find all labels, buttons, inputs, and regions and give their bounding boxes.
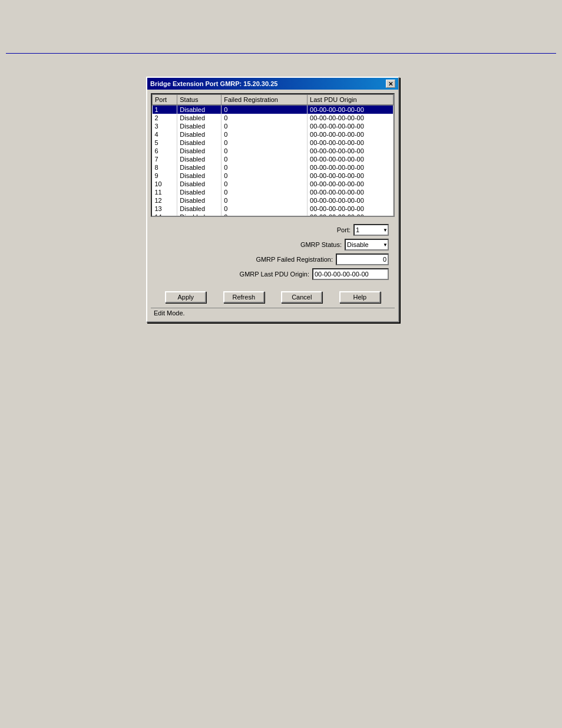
table-row[interactable]: 12 Disabled 0 00-00-00-00-00-00 [153, 196, 394, 205]
cell-pdu: 00-00-00-00-00-00 [308, 114, 394, 122]
col-header-failed: Failed Registration [222, 95, 308, 106]
cell-failed: 0 [222, 172, 308, 180]
port-select[interactable]: 12345678910111213141516 [353, 224, 389, 236]
table-row[interactable]: 4 Disabled 0 00-00-00-00-00-00 [153, 130, 394, 139]
table-row[interactable]: 6 Disabled 0 00-00-00-00-00-00 [153, 147, 394, 155]
cell-port: 14 [153, 213, 177, 217]
cell-port: 9 [153, 172, 177, 180]
port-table: Port Status Failed Registration Last PDU… [152, 94, 394, 217]
cell-status: Disabled [177, 105, 222, 114]
top-divider [6, 53, 556, 54]
cell-port: 3 [153, 122, 177, 130]
gmrp-status-select-wrapper: DisableEnable [345, 239, 389, 251]
table-row[interactable]: 2 Disabled 0 00-00-00-00-00-00 [153, 114, 394, 122]
cell-status: Disabled [177, 147, 222, 155]
cell-pdu: 00-00-00-00-00-00 [308, 205, 394, 213]
cell-status: Disabled [177, 114, 222, 122]
cell-port: 8 [153, 163, 177, 172]
cell-port: 11 [153, 188, 177, 196]
gmrp-failed-label: GMRP Failed Registration: [256, 256, 333, 263]
cell-pdu: 00-00-00-00-00-00 [308, 163, 394, 172]
cell-failed: 0 [222, 105, 308, 114]
port-label: Port: [337, 226, 351, 233]
cell-failed: 0 [222, 163, 308, 172]
port-table-container[interactable]: Port Status Failed Registration Last PDU… [151, 93, 395, 217]
cell-pdu: 00-00-00-00-00-00 [308, 172, 394, 180]
port-row: Port: 12345678910111213141516 [157, 224, 389, 236]
cell-failed: 0 [222, 130, 308, 139]
cell-status: Disabled [177, 180, 222, 188]
cell-pdu: 00-00-00-00-00-00 [308, 147, 394, 155]
cell-port: 5 [153, 139, 177, 147]
form-area: Port: 12345678910111213141516 GMRP Statu… [151, 222, 395, 285]
gmrp-failed-input[interactable] [336, 253, 389, 265]
table-row[interactable]: 11 Disabled 0 00-00-00-00-00-00 [153, 188, 394, 196]
status-text: Edit Mode. [154, 309, 185, 317]
apply-button[interactable]: Apply [165, 291, 206, 303]
table-row[interactable]: 9 Disabled 0 00-00-00-00-00-00 [153, 172, 394, 180]
cell-pdu: 00-00-00-00-00-00 [308, 130, 394, 139]
col-header-status: Status [177, 95, 222, 106]
help-button[interactable]: Help [339, 291, 381, 303]
gmrp-status-select[interactable]: DisableEnable [345, 239, 389, 251]
col-header-port: Port [153, 95, 177, 106]
cell-port: 12 [153, 196, 177, 205]
port-select-wrapper: 12345678910111213141516 [353, 224, 389, 236]
cell-failed: 0 [222, 196, 308, 205]
gmrp-failed-row: GMRP Failed Registration: [157, 253, 389, 265]
cell-failed: 0 [222, 122, 308, 130]
cell-failed: 0 [222, 180, 308, 188]
cell-pdu: 00-00-00-00-00-00 [308, 196, 394, 205]
cell-port: 4 [153, 130, 177, 139]
cell-status: Disabled [177, 172, 222, 180]
cell-failed: 0 [222, 147, 308, 155]
cell-status: Disabled [177, 163, 222, 172]
gmrp-pdu-label: GMRP Last PDU Origin: [240, 271, 309, 278]
cell-status: Disabled [177, 130, 222, 139]
cell-port: 13 [153, 205, 177, 213]
cell-pdu: 00-00-00-00-00-00 [308, 213, 394, 217]
cell-pdu: 00-00-00-00-00-00 [308, 139, 394, 147]
cell-failed: 0 [222, 205, 308, 213]
cell-pdu: 00-00-00-00-00-00 [308, 122, 394, 130]
gmrp-pdu-input[interactable] [312, 268, 389, 280]
gmrp-pdu-row: GMRP Last PDU Origin: [157, 268, 389, 280]
status-bar: Edit Mode. [151, 308, 395, 318]
cell-pdu: 00-00-00-00-00-00 [308, 180, 394, 188]
table-row[interactable]: 1 Disabled 0 00-00-00-00-00-00 [153, 105, 394, 114]
table-row[interactable]: 7 Disabled 0 00-00-00-00-00-00 [153, 155, 394, 163]
cancel-button[interactable]: Cancel [281, 291, 322, 303]
cell-failed: 0 [222, 139, 308, 147]
cell-status: Disabled [177, 139, 222, 147]
cell-pdu: 00-00-00-00-00-00 [308, 188, 394, 196]
cell-status: Disabled [177, 122, 222, 130]
dialog-body: Port Status Failed Registration Last PDU… [147, 90, 398, 321]
cell-port: 1 [153, 105, 177, 114]
cell-failed: 0 [222, 213, 308, 217]
cell-pdu: 00-00-00-00-00-00 [308, 105, 394, 114]
cell-status: Disabled [177, 155, 222, 163]
refresh-button[interactable]: Refresh [223, 291, 265, 303]
col-header-pdu: Last PDU Origin [308, 95, 394, 106]
cell-failed: 0 [222, 155, 308, 163]
cell-failed: 0 [222, 188, 308, 196]
cell-status: Disabled [177, 205, 222, 213]
cell-pdu: 00-00-00-00-00-00 [308, 155, 394, 163]
cell-port: 7 [153, 155, 177, 163]
gmrp-status-label: GMRP Status: [300, 241, 342, 248]
table-row[interactable]: 3 Disabled 0 00-00-00-00-00-00 [153, 122, 394, 130]
gmrp-status-row: GMRP Status: DisableEnable [157, 239, 389, 251]
dialog-title: Bridge Extension Port GMRP: 15.20.30.25 [150, 80, 277, 87]
cell-port: 2 [153, 114, 177, 122]
close-button[interactable]: ✕ [386, 80, 395, 88]
button-row: Apply Refresh Cancel Help [151, 288, 395, 305]
cell-failed: 0 [222, 114, 308, 122]
cell-port: 6 [153, 147, 177, 155]
cell-port: 10 [153, 180, 177, 188]
table-row[interactable]: 5 Disabled 0 00-00-00-00-00-00 [153, 139, 394, 147]
cell-status: Disabled [177, 188, 222, 196]
table-row[interactable]: 13 Disabled 0 00-00-00-00-00-00 [153, 205, 394, 213]
table-row[interactable]: 8 Disabled 0 00-00-00-00-00-00 [153, 163, 394, 172]
table-row[interactable]: 10 Disabled 0 00-00-00-00-00-00 [153, 180, 394, 188]
table-row[interactable]: 14 Disabled 0 00-00-00-00-00-00 [153, 213, 394, 217]
